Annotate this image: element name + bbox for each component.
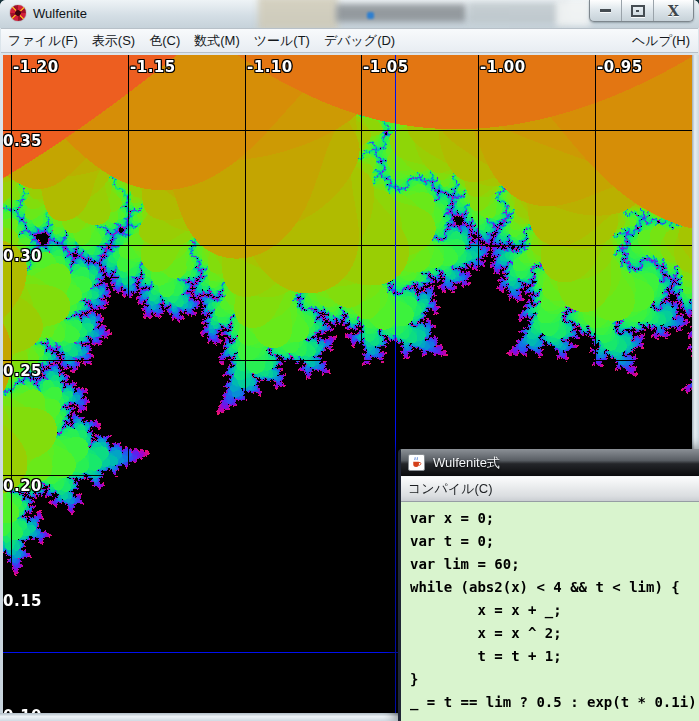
formula-code-editor[interactable]: var x = 0; var t = 0; var lim = 60; whil… (401, 502, 699, 714)
window-controls: X (589, 0, 694, 22)
y-axis-tick: 0.25 (3, 362, 42, 380)
y-axis-tick: 0.20 (3, 477, 42, 495)
x-axis-tick: -0.95 (597, 58, 643, 76)
close-button[interactable]: X (654, 0, 693, 21)
glass-background-blob (336, 4, 466, 22)
grid-vline (128, 55, 129, 713)
menu-color[interactable]: 色(C) (142, 30, 187, 51)
x-axis-tick: -1.00 (480, 58, 526, 76)
maximize-icon (631, 5, 645, 17)
minimize-icon (600, 9, 611, 12)
maximize-button[interactable] (622, 0, 654, 21)
x-axis-tick: -1.20 (13, 58, 59, 76)
x-axis-tick: -1.10 (247, 58, 293, 76)
y-axis-tick: 0.15 (3, 592, 42, 610)
glass-background-blob (258, 0, 338, 28)
menu-help[interactable]: ヘルプ(H) (624, 30, 698, 51)
glass-background-blob (468, 2, 568, 24)
code-line: x = x ^ 2; (410, 622, 699, 645)
menu-debug[interactable]: デバッグ(D) (317, 30, 402, 51)
code-line: var x = 0; (410, 507, 699, 530)
menu-view[interactable]: 表示(S) (85, 30, 142, 51)
main-window: Wulfenite X ファイル(F) 表示(S) 色(C) 数式(M) ツール… (0, 0, 699, 721)
window-title: Wulfenite (33, 6, 87, 21)
menu-bar: ファイル(F) 表示(S) 色(C) 数式(M) ツール(T) デバッグ(D) … (1, 28, 698, 53)
x-axis-tick: -1.15 (130, 58, 176, 76)
grid-hline (3, 245, 692, 246)
menu-formula[interactable]: 数式(M) (187, 30, 247, 51)
menu-compile[interactable]: コンパイル(C) (401, 480, 500, 498)
formula-window: Wulfenite式 コンパイル(C) var x = 0; var t = 0… (398, 449, 699, 721)
java-coffee-cup-icon (408, 454, 425, 471)
glass-background-dot (367, 12, 374, 19)
grid-hline (3, 360, 692, 361)
menu-tools[interactable]: ツール(T) (247, 30, 317, 51)
formula-menu-bar: コンパイル(C) (401, 476, 699, 502)
title-bar[interactable]: Wulfenite X (0, 0, 699, 28)
code-line: x = x + _; (410, 599, 699, 622)
minimize-button[interactable] (590, 0, 622, 21)
grid-hline (3, 130, 692, 131)
formula-title-bar[interactable]: Wulfenite式 (401, 449, 699, 476)
wulfenite-app-icon (10, 5, 26, 21)
y-axis-tick: 0.35 (3, 132, 42, 150)
close-icon: X (668, 4, 679, 18)
cursor-vline (395, 55, 396, 713)
code-line: var t = 0; (410, 530, 699, 553)
grid-vline (245, 55, 246, 713)
code-line: } (410, 668, 699, 691)
y-axis-tick: 0.30 (3, 247, 42, 265)
x-axis-tick: -1.05 (363, 58, 409, 76)
grid-vline (11, 55, 12, 713)
grid-vline (361, 55, 362, 713)
menu-file[interactable]: ファイル(F) (1, 30, 85, 51)
glass-background-blob (556, 0, 590, 26)
formula-window-title: Wulfenite式 (433, 454, 500, 472)
code-line: var lim = 60; (410, 553, 699, 576)
code-line: while (abs2(x) < 4 && t < lim) { (410, 576, 699, 599)
code-line: t = t + 1; (410, 645, 699, 668)
code-line: _ = t == lim ? 0.5 : exp(t * 0.1i); (410, 691, 699, 714)
